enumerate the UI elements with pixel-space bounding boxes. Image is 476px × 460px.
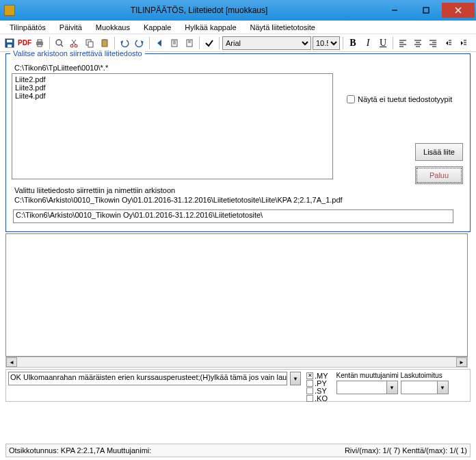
- svg-rect-6: [8, 44, 12, 47]
- undo-icon[interactable]: [118, 36, 131, 50]
- toolbar-separator: [393, 37, 393, 49]
- checkbox-input[interactable]: [347, 95, 355, 103]
- toolbar-separator: [149, 37, 150, 49]
- file-item[interactable]: Liite3.pdf: [14, 84, 331, 92]
- file-select-fieldset: Valitse arkistoon siirrettävä liitetiedo…: [5, 53, 471, 232]
- toolbar-separator: [199, 37, 200, 49]
- font-name-select[interactable]: Arial: [222, 36, 311, 50]
- bold-button[interactable]: B: [346, 36, 360, 50]
- svg-line-11: [61, 44, 63, 47]
- svg-marker-22: [157, 40, 161, 47]
- save-icon[interactable]: [3, 36, 16, 50]
- file-item[interactable]: Liite2.pdf: [14, 75, 331, 84]
- status-input[interactable]: OK Ulkomaanrahan määräisten erien kurssa…: [8, 372, 287, 385]
- status-right: Rivi/(max): 1/( 7) Kenttä/(max): 1/( 1): [345, 446, 467, 455]
- app-icon: [4, 5, 15, 16]
- bottom-panel: OK Ulkomaanrahan määräisten erien kurssa…: [5, 369, 471, 402]
- ext-checkbox[interactable]: [306, 387, 313, 394]
- path-label: C:\Tikon6\TpLiitteet\0010\*.*: [14, 64, 464, 72]
- cut-icon[interactable]: [68, 36, 81, 50]
- add-attachment-button[interactable]: Lisää liite: [415, 143, 463, 161]
- align-left-icon[interactable]: [396, 36, 410, 50]
- show-unsupported-checkbox[interactable]: Näytä ei tuetut tiedostotyypit: [347, 95, 463, 103]
- align-right-icon[interactable]: [426, 36, 440, 50]
- maximize-button[interactable]: [410, 2, 442, 18]
- search-icon[interactable]: [53, 36, 66, 50]
- toolbar-separator: [114, 37, 115, 49]
- file-item[interactable]: Liite4.pdf: [14, 92, 331, 100]
- print-icon[interactable]: [33, 36, 47, 50]
- archive-path-input[interactable]: C:\Tikon6\Arkisto\0010_Tikowin Oy\01.01.…: [13, 209, 453, 223]
- svg-rect-17: [88, 42, 93, 47]
- menu-hylkaa[interactable]: Hylkää kappale: [178, 22, 243, 33]
- close-button[interactable]: [442, 3, 475, 18]
- svg-rect-8: [38, 40, 42, 42]
- nav-back-icon[interactable]: [153, 36, 166, 50]
- status-bar: Otsikkotunnus: KPA 2:2.1,7A Muuttujanimi…: [5, 444, 471, 457]
- svg-rect-18: [102, 40, 107, 47]
- status-left: Otsikkotunnus: KPA 2:2.1,7A Muuttujanimi…: [9, 446, 345, 455]
- scroll-left-icon[interactable]: ◄: [6, 357, 17, 367]
- ext-row-ko[interactable]: .KO: [306, 394, 328, 402]
- info-line-1: Valittu liitetiedosto siirrettiin ja nim…: [14, 186, 464, 194]
- dropdown-button[interactable]: ▼: [290, 372, 301, 385]
- outdent-icon[interactable]: [441, 36, 455, 50]
- ext-row-sy[interactable]: .SY: [306, 387, 328, 394]
- button-stack: Lisää liite Paluu: [415, 143, 463, 184]
- fieldset-legend: Valitse arkistoon siirrettävä liitetiedo…: [10, 49, 145, 58]
- toolbar-separator: [343, 37, 343, 49]
- menu-bar: Tilinpäätös Päivitä Muokkaus Kappale Hyl…: [0, 21, 476, 34]
- menu-tilinpaatos[interactable]: Tilinpäätös: [3, 22, 53, 33]
- right-column: Kentän muuttujanimi Laskutoimitus ▼ ▼: [336, 372, 449, 394]
- svg-point-10: [56, 40, 62, 45]
- svg-rect-1: [423, 8, 429, 13]
- svg-marker-42: [446, 41, 448, 45]
- paste-icon[interactable]: [98, 36, 111, 50]
- svg-rect-19: [103, 39, 106, 40]
- scroll-right-icon[interactable]: ►: [456, 357, 467, 367]
- horizontal-scrollbar[interactable]: ◄ ►: [5, 357, 468, 368]
- redo-icon[interactable]: [133, 36, 146, 50]
- copy-icon[interactable]: [83, 36, 96, 50]
- window-title: TILINPÄÄTÖS, Liitetiedot [muokkaus]: [19, 5, 379, 15]
- chevron-down-icon[interactable]: ▼: [386, 381, 397, 394]
- menu-muokkaus[interactable]: Muokkaus: [89, 22, 137, 33]
- toolbar-separator: [49, 37, 50, 49]
- variable-name-select[interactable]: ▼: [336, 381, 398, 394]
- side-controls: Näytä ei tuetut tiedostotyypit: [347, 75, 463, 103]
- checkbox-label: Näytä ei tuetut tiedostotyypit: [358, 95, 452, 103]
- minimize-button[interactable]: [379, 2, 410, 18]
- ext-row-py[interactable]: .PY: [306, 379, 328, 387]
- calculation-select[interactable]: ▼: [401, 381, 449, 394]
- pdf-icon[interactable]: PDF: [18, 36, 31, 50]
- check-icon[interactable]: [202, 36, 216, 50]
- svg-marker-46: [461, 41, 463, 45]
- variable-label: Kentän muuttujanimi Laskutoimitus: [336, 372, 449, 379]
- ext-row-my[interactable]: ✕.MY: [306, 372, 328, 379]
- title-bar: TILINPÄÄTÖS, Liitetiedot [muokkaus]: [0, 0, 476, 21]
- editor-wrap: ◄ ►: [5, 233, 471, 368]
- menu-paivita[interactable]: Päivitä: [53, 22, 89, 33]
- menu-nayta[interactable]: Näytä liitetietotosite: [243, 22, 322, 33]
- indent-icon[interactable]: [456, 36, 470, 50]
- extension-column: ✕.MY .PY .SY .KO: [306, 372, 328, 402]
- ext-checkbox[interactable]: [306, 395, 313, 402]
- font-size-select[interactable]: 10.5: [313, 36, 340, 50]
- menu-kappale[interactable]: Kappale: [137, 22, 178, 33]
- doc1-icon[interactable]: [168, 36, 181, 50]
- doc2-icon[interactable]: [183, 36, 196, 50]
- italic-button[interactable]: I: [361, 36, 375, 50]
- svg-rect-5: [7, 40, 12, 42]
- ext-checkbox[interactable]: [306, 380, 313, 387]
- return-button[interactable]: Paluu: [415, 166, 463, 184]
- chevron-down-icon[interactable]: ▼: [437, 381, 448, 394]
- file-list[interactable]: Liite2.pdf Liite3.pdf Liite4.pdf: [12, 73, 333, 179]
- toolbar-separator: [219, 37, 220, 49]
- svg-rect-9: [38, 44, 42, 47]
- info-line-2: C:\Tikon6\Arkisto\0010_Tikowin Oy\01.01.…: [14, 196, 464, 204]
- ext-checkbox[interactable]: ✕: [306, 372, 313, 379]
- underline-button[interactable]: U: [376, 36, 390, 50]
- text-editor[interactable]: [5, 233, 468, 357]
- align-center-icon[interactable]: [411, 36, 425, 50]
